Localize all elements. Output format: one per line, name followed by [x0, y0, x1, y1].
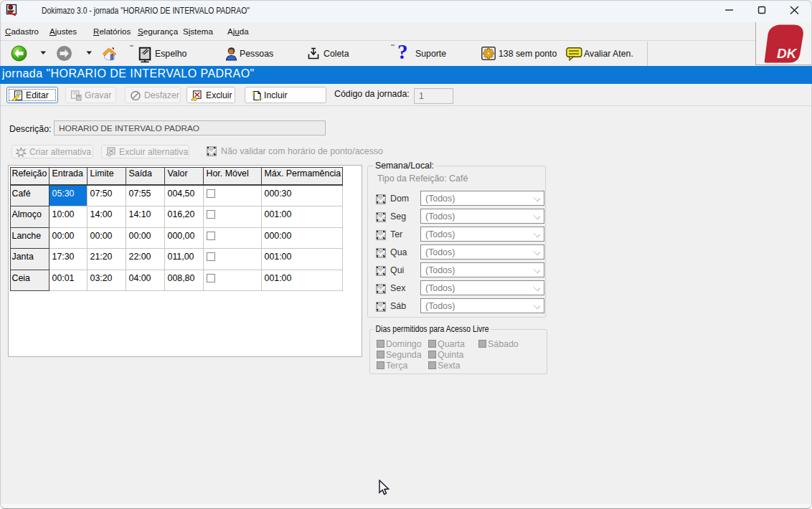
svg-text:DK: DK [777, 46, 798, 61]
